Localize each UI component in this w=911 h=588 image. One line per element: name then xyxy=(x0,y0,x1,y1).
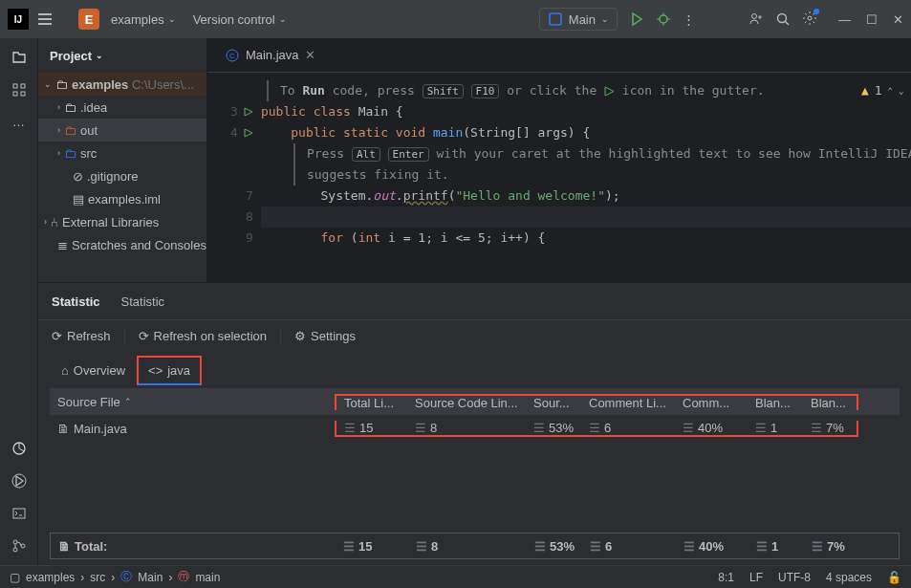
folder-icon: 🗀 xyxy=(64,146,76,161)
java-class-icon: C xyxy=(225,48,240,63)
editor-pane: C Main.java ✕ 3 4 7 8 9 xyxy=(207,38,911,282)
statistic-tool-icon[interactable] xyxy=(11,441,27,456)
warning-icon: ▲ xyxy=(861,80,869,101)
refresh-button[interactable]: ⟳Refresh xyxy=(52,329,111,343)
left-toolbar: … xyxy=(0,38,38,565)
svg-rect-18 xyxy=(13,509,25,518)
project-name: examples xyxy=(111,12,164,27)
chevron-down-icon: ⌄ xyxy=(168,14,176,24)
layers-icon: ☰ xyxy=(344,421,356,435)
chevron-down-icon: ⌄ xyxy=(279,14,287,24)
ide-logo: IJ xyxy=(8,9,29,30)
chevron-down-icon: ⌄ xyxy=(601,14,609,24)
tree-item-idea[interactable]: ›🗀.idea xyxy=(38,96,206,119)
chevron-down-icon: ⌄ xyxy=(44,79,52,89)
tree-item-iml[interactable]: ▤examples.iml xyxy=(38,187,206,210)
search-icon[interactable] xyxy=(775,11,791,27)
svg-point-20 xyxy=(13,540,17,544)
maximize-button[interactable]: ☐ xyxy=(866,12,878,27)
project-dropdown[interactable]: examples ⌄ xyxy=(105,9,182,31)
project-pane: Project ⌄ ⌄ 🗀 examples C:\Users\... ›🗀.i… xyxy=(38,38,207,282)
svg-point-22 xyxy=(21,544,25,548)
breadcrumb[interactable]: ▢examples ›src ›ⒸMain ›ⓜmain xyxy=(10,569,220,585)
cursor-position[interactable]: 8:1 xyxy=(718,571,734,584)
more-tools-icon[interactable]: … xyxy=(12,115,25,129)
line-sep[interactable]: LF xyxy=(749,571,763,584)
library-icon: ⑃ xyxy=(51,215,58,229)
module-icon: ▢ xyxy=(10,571,20,584)
chevron-down-icon: ⌄ xyxy=(96,51,103,60)
run-config-name: Main xyxy=(569,12,596,27)
method-icon: ⓜ xyxy=(178,569,189,585)
svg-rect-0 xyxy=(550,13,561,25)
run-gutter-icon[interactable] xyxy=(244,128,253,138)
refresh-icon: ⟳ xyxy=(139,329,149,343)
tree-item-src[interactable]: ›🗀src xyxy=(38,142,206,164)
debug-button[interactable] xyxy=(656,11,671,27)
svg-point-6 xyxy=(752,14,757,19)
tree-item-gitignore[interactable]: ⊘.gitignore xyxy=(38,164,206,187)
refresh-on-selection-button[interactable]: ⟳Refresh on selection xyxy=(139,329,268,343)
code-with-me-icon[interactable] xyxy=(748,11,764,27)
project-tool-icon[interactable] xyxy=(11,50,27,65)
svg-text:C: C xyxy=(229,52,235,60)
titlebar: IJ E examples ⌄ Version control ⌄ Main ⌄… xyxy=(0,0,911,38)
statistic-panel: Statistic Statistic ⟳Refresh ⟳Refresh on… xyxy=(38,282,911,565)
editor-tab-main[interactable]: C Main.java ✕ xyxy=(215,38,325,72)
panel-tab-statistic-2[interactable]: Statistic xyxy=(121,294,165,309)
panel-tab-statistic[interactable]: Statistic xyxy=(52,294,100,309)
run-config-icon xyxy=(548,11,563,27)
file-icon: ▤ xyxy=(73,192,84,207)
table-header[interactable]: Source File ⌃ Total Li... Source Code Li… xyxy=(50,388,900,415)
vcs-label: Version control xyxy=(193,12,275,27)
tree-item-scratches[interactable]: ≣Scratches and Consoles xyxy=(38,233,206,256)
run-icon xyxy=(604,86,615,97)
file-icon: 🗎 xyxy=(58,539,71,554)
more-actions-button[interactable]: ⋮ xyxy=(683,12,697,27)
tree-item-out[interactable]: ›🗀out xyxy=(38,119,206,142)
folder-icon: 🗀 xyxy=(55,77,68,92)
svg-point-11 xyxy=(808,16,812,20)
home-icon: ⌂ xyxy=(61,363,69,378)
main-menu-button[interactable] xyxy=(34,10,55,29)
settings-button[interactable]: ⚙Settings xyxy=(294,329,356,343)
project-tree: ⌄ 🗀 examples C:\Users\... ›🗀.idea ›🗀out … xyxy=(38,73,206,282)
project-pane-header[interactable]: Project ⌄ xyxy=(38,38,206,73)
vcs-tool-icon[interactable] xyxy=(11,538,27,554)
close-tab-icon[interactable]: ✕ xyxy=(305,48,315,62)
services-tool-icon[interactable] xyxy=(11,473,27,489)
readonly-icon[interactable]: 🔓 xyxy=(887,571,901,584)
tree-item-ext-libs[interactable]: ›⑃External Libraries xyxy=(38,210,206,233)
run-gutter-icon[interactable] xyxy=(244,107,253,117)
code-icon: <> xyxy=(148,363,163,378)
settings-button[interactable] xyxy=(802,11,817,29)
terminal-tool-icon[interactable] xyxy=(11,506,27,521)
gear-icon: ⚙ xyxy=(294,329,306,343)
indent[interactable]: 4 spaces xyxy=(826,571,872,584)
inspection-indicator[interactable]: ▲ 1 ⌃⌄ xyxy=(861,80,904,101)
statistic-table: Source File ⌃ Total Li... Source Code Li… xyxy=(38,388,911,565)
project-badge: E xyxy=(78,9,99,30)
subtab-java[interactable]: <> java xyxy=(137,356,202,385)
structure-tool-icon[interactable] xyxy=(11,82,27,98)
minimize-button[interactable]: — xyxy=(838,12,851,27)
close-button[interactable]: ✕ xyxy=(893,12,903,27)
svg-point-21 xyxy=(13,548,17,552)
table-row[interactable]: 🗎Main.java ☰ 15 ☰ 8 ☰ 53% ☰ 6 ☰ 40% ☰ 1 … xyxy=(50,415,900,442)
svg-rect-14 xyxy=(13,92,17,96)
table-total-row: 🗎Total: ☰ 15 ☰ 8 ☰ 53% ☰ 6 ☰ 40% ☰ 1 ☰ 7… xyxy=(50,533,900,559)
refresh-icon: ⟳ xyxy=(52,329,62,343)
subtab-overview[interactable]: ⌂ Overview xyxy=(52,358,135,383)
vcs-dropdown[interactable]: Version control ⌄ xyxy=(187,9,293,31)
run-button[interactable] xyxy=(629,11,644,27)
statusbar: ▢examples ›src ›ⒸMain ›ⓜmain 8:1 LF UTF-… xyxy=(0,565,911,588)
run-config-dropdown[interactable]: Main ⌄ xyxy=(539,8,618,31)
svg-rect-15 xyxy=(21,92,25,96)
svg-rect-13 xyxy=(21,84,25,88)
scratch-icon: ≣ xyxy=(57,238,68,252)
editor-code[interactable]: ▲ 1 ⌃⌄ To Run code, press Shift F10 or c… xyxy=(261,73,911,282)
tree-root[interactable]: ⌄ 🗀 examples C:\Users\... xyxy=(38,73,206,96)
svg-rect-12 xyxy=(13,84,17,88)
folder-icon: 🗀 xyxy=(64,123,76,138)
encoding[interactable]: UTF-8 xyxy=(778,571,811,584)
